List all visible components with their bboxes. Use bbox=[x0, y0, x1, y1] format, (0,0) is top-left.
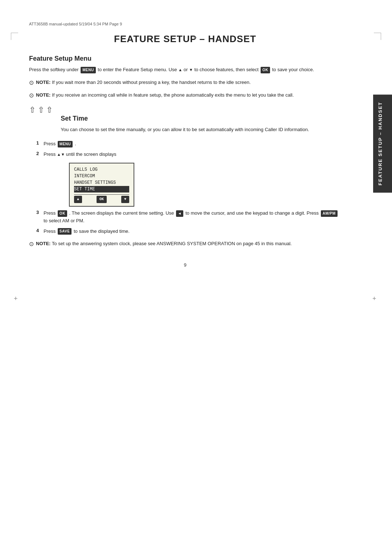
arrow-up-2: ⇧ bbox=[38, 105, 44, 115]
arrows-area: ⇧ ⇧ ⇧ bbox=[29, 105, 53, 115]
set-time-content: Set Time You can choose to set the time … bbox=[61, 104, 341, 137]
numbered-list: 1 Press MENU . 2 Press ▲▼ unti bbox=[36, 140, 341, 235]
screen-line-1: CALLS LOG bbox=[74, 166, 129, 173]
note1-icon: ⊙ bbox=[29, 79, 34, 86]
step1-period: . bbox=[75, 141, 76, 146]
note1-body: If you wait more than 20 seconds without… bbox=[52, 80, 251, 85]
section1-para1-or-text: or bbox=[184, 67, 188, 72]
step3-num: 3 bbox=[36, 210, 44, 215]
step2-arrow: ▲▼ bbox=[57, 152, 66, 157]
section1-para1-mid2: to choose features, then select bbox=[194, 67, 258, 72]
step2-text2: until the screen displays bbox=[66, 151, 117, 157]
step2-content: Press ▲▼ until the screen displays CALLS… bbox=[44, 151, 341, 207]
step1: 1 Press MENU . bbox=[36, 140, 341, 148]
note3-icon: ⊙ bbox=[29, 240, 34, 247]
step3-text3: to select AM or PM. bbox=[44, 218, 85, 223]
page-title: FEATURE SETUP – HANDSET bbox=[29, 33, 341, 45]
step2: 2 Press ▲▼ until the screen displays bbox=[36, 151, 341, 207]
step4: 4 Press SAVE to save the displayed time. bbox=[36, 228, 341, 235]
softkey-down: ▼ bbox=[121, 196, 129, 203]
content-area: ATT3658B manual-updated 5/19/04 5:34 PM … bbox=[29, 22, 363, 268]
note3-text: NOTE: To set up the answering system clo… bbox=[36, 240, 292, 248]
section2-title: Set Time bbox=[61, 115, 341, 122]
page: FEATURE SETUP – HANDSET ATT3658B manual-… bbox=[0, 22, 392, 555]
step1-text: Press bbox=[44, 141, 56, 146]
set-time-row: ⇧ ⇧ ⇧ Set Time You can choose to set the… bbox=[29, 104, 341, 137]
step3: 3 Press OK . The screen displays the cur… bbox=[36, 210, 341, 225]
step4-text2: to save the displayed time. bbox=[74, 228, 130, 234]
softkey-up: ▲ bbox=[74, 196, 82, 203]
section1-para1-start: Press the softkey under bbox=[29, 67, 79, 72]
note1-block: ⊙ NOTE: If you wait more than 20 seconds… bbox=[29, 79, 341, 86]
section1-para1-mid: to enter the Feature Setup menu. Use bbox=[98, 67, 177, 72]
step2-row: Press ▲▼ until the screen displays bbox=[44, 151, 341, 158]
screen-line-2: INTERCOM bbox=[74, 173, 129, 179]
cross-left bbox=[14, 296, 20, 302]
arrow-up-3: ⇧ bbox=[46, 105, 53, 115]
step3-text: . The screen displays the current time s… bbox=[69, 210, 174, 216]
step4-text: Press bbox=[44, 228, 56, 234]
softkey-ok: OK bbox=[97, 196, 107, 203]
note2-body: If you receive an incoming call while in… bbox=[52, 92, 294, 98]
step3-ampm-key: AM/PM bbox=[321, 210, 338, 217]
arrow-down-icon: ▼ bbox=[189, 68, 193, 72]
menu-key-1: MENU bbox=[81, 67, 95, 73]
page-number: 9 bbox=[29, 262, 341, 268]
step3-start: Press bbox=[44, 210, 56, 216]
step1-content: Press MENU . bbox=[44, 140, 341, 148]
screen-display: CALLS LOG INTERCOM HANDSET SETTINGS SET … bbox=[69, 163, 134, 207]
note2-icon: ⊙ bbox=[29, 92, 34, 99]
section1-para1-end: to save your choice. bbox=[272, 67, 314, 72]
ok-key-1: OK bbox=[261, 67, 270, 73]
screen-softkeys: ▲ OK ▼ bbox=[74, 194, 129, 203]
step3-text2: to move the cursor, and use the keypad t… bbox=[185, 210, 319, 216]
note2-block: ⊙ NOTE: If you receive an incoming call … bbox=[29, 92, 341, 99]
note1-text: NOTE: If you wait more than 20 seconds w… bbox=[36, 79, 251, 86]
screen-display-container: CALLS LOG INTERCOM HANDSET SETTINGS SET … bbox=[65, 161, 341, 207]
step1-menu-key: MENU bbox=[58, 141, 73, 147]
step3-ok-key: OK bbox=[58, 210, 67, 217]
note2-text: NOTE: If you receive an incoming call wh… bbox=[36, 92, 294, 99]
note3-body: To set up the answering system clock, pl… bbox=[52, 241, 292, 246]
step2-text: Press bbox=[44, 151, 56, 157]
trim-mark-tl bbox=[11, 33, 18, 40]
step3-content: Press OK . The screen displays the curre… bbox=[44, 210, 341, 225]
step2-text-area: Press ▲▼ until the screen displays bbox=[44, 151, 341, 158]
section1-title: Feature Setup Menu bbox=[29, 55, 341, 62]
arrow-up-1: ⇧ bbox=[29, 105, 36, 115]
step4-num: 4 bbox=[36, 228, 44, 233]
note1-label: NOTE: bbox=[36, 80, 50, 85]
step2-num: 2 bbox=[36, 151, 44, 156]
note2-label: NOTE: bbox=[36, 92, 50, 98]
step4-save-key: SAVE bbox=[58, 228, 72, 235]
trim-mark-tr bbox=[374, 33, 381, 40]
screen-line-4: SET TIME bbox=[74, 186, 129, 193]
sidebar-tab: FEATURE SETUP – HANDSET bbox=[373, 94, 392, 193]
screen-line-3: HANDSET SETTINGS bbox=[74, 179, 129, 186]
note3-label: NOTE: bbox=[36, 241, 50, 246]
note3-block: ⊙ NOTE: To set up the answering system c… bbox=[29, 240, 341, 248]
arrow-up-icon: ▲ bbox=[178, 68, 182, 72]
header-meta: ATT3658B manual-updated 5/19/04 5:34 PM … bbox=[29, 22, 341, 26]
cross-top bbox=[193, 36, 199, 41]
step3-left-key: ◄ bbox=[176, 210, 183, 217]
step1-num: 1 bbox=[36, 140, 44, 146]
section1-para1: Press the softkey under MENU to enter th… bbox=[29, 66, 341, 74]
step4-content: Press SAVE to save the displayed time. bbox=[44, 228, 341, 235]
cross-right bbox=[372, 296, 378, 302]
section2-intro: You can choose to set the time manually,… bbox=[61, 126, 341, 134]
